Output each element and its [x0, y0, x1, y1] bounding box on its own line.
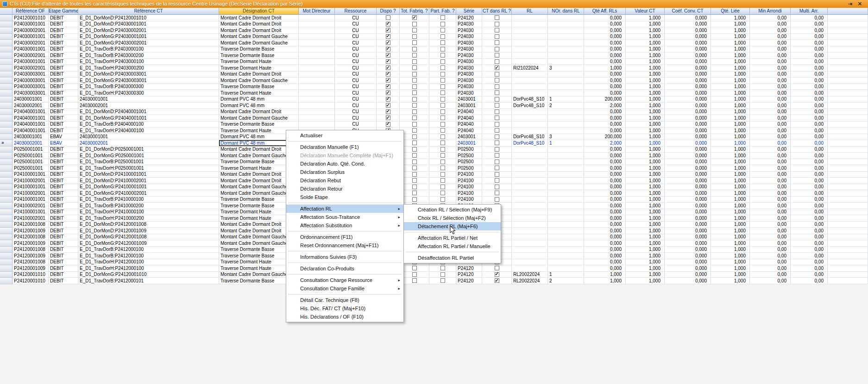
cell-ct-rl[interactable]: [482, 15, 512, 21]
cell-dispo[interactable]: [377, 71, 400, 78]
cell-ct-rl[interactable]: [482, 159, 512, 166]
cell-min-arr[interactable]: 0,00: [750, 109, 791, 115]
cell-mot[interactable]: [299, 27, 335, 34]
cell-multi-arr[interactable]: 0,00: [791, 172, 828, 178]
cell-nor[interactable]: [548, 122, 584, 128]
table-row[interactable]: P24030002001DEBITE_D1_DorMonG:P240300020…: [0, 40, 868, 46]
cell-qte-liee[interactable]: 1,000: [711, 46, 750, 53]
part-fab-checkbox[interactable]: [440, 141, 445, 145]
cell-rl[interactable]: DorPvc48_S10: [512, 134, 548, 141]
cell-ref-of[interactable]: P0250001001: [13, 147, 49, 153]
cell-ref-ct[interactable]: 24030001001: [78, 134, 219, 141]
cell-serie[interactable]: P24120: [456, 272, 482, 278]
cell-rl[interactable]: [512, 46, 548, 53]
part-fab-checkbox[interactable]: [440, 103, 445, 108]
cell-multi-arr[interactable]: 0,00: [791, 165, 828, 172]
cell-ref-ct[interactable]: E_D1_DorMonD:P24030001001: [78, 21, 219, 28]
cell-nor[interactable]: [548, 228, 584, 234]
cell-qte-liee[interactable]: 1,000: [711, 77, 750, 84]
part-fab-checkbox[interactable]: [440, 34, 445, 39]
cell-part-fab[interactable]: [429, 134, 456, 141]
cell-part-fab[interactable]: [429, 178, 456, 184]
cell-coef[interactable]: 0,000: [665, 27, 711, 34]
cell-coef[interactable]: 0,000: [665, 159, 711, 166]
cell-designation[interactable]: Dormant PVC 48 mm: [219, 96, 299, 103]
cell-tot-fab[interactable]: [400, 140, 429, 147]
cell-rl[interactable]: [512, 147, 548, 153]
cell-min-arr[interactable]: 0,00: [750, 209, 791, 216]
cell-qte-aff[interactable]: 0,000: [584, 184, 626, 191]
cell-min-arr[interactable]: 0,00: [750, 265, 791, 272]
row-header[interactable]: [0, 122, 13, 128]
cell-ref-ct[interactable]: E_D1_DorMonD:P24120001010: [78, 15, 219, 21]
cell-qte-aff[interactable]: 0,000: [584, 247, 626, 253]
cell-coef[interactable]: 0,000: [665, 172, 711, 178]
dispo-checkbox[interactable]: [386, 28, 390, 32]
cell-etape[interactable]: DEBIT: [49, 215, 78, 222]
tot-fab-checkbox[interactable]: [412, 40, 417, 45]
cell-coef[interactable]: 0,000: [665, 90, 711, 96]
row-header[interactable]: [0, 15, 13, 21]
cell-ref-ct[interactable]: E_D1_TravDorH:P2410000100: [78, 209, 219, 216]
cell-valeur[interactable]: 1,000: [626, 90, 665, 96]
table-row[interactable]: P24030002001DEBITE_D1_TravDorB:P24030002…: [0, 52, 868, 59]
cell-ref-of[interactable]: P24040001001: [13, 122, 49, 128]
cell-etape[interactable]: DEBIT: [49, 65, 78, 71]
cell-tot-fab[interactable]: [400, 122, 429, 128]
cell-min-arr[interactable]: 0,00: [750, 59, 791, 65]
cell-min-arr[interactable]: 0,00: [750, 222, 791, 228]
cell-coef[interactable]: 0,000: [665, 102, 711, 109]
cell-qte-liee[interactable]: 1,000: [711, 27, 750, 34]
table-row[interactable]: P24030001001DEBITE_D1_TravDorH:P24030001…: [0, 59, 868, 65]
cell-min-arr[interactable]: 0,00: [750, 159, 791, 166]
cell-multi-arr[interactable]: 0,00: [791, 228, 828, 234]
row-header[interactable]: [0, 71, 13, 78]
cell-valeur[interactable]: 1,000: [626, 122, 665, 128]
cell-serie[interactable]: P24030: [456, 90, 482, 96]
column-header-rl[interactable]: RL: [512, 8, 548, 15]
cell-ref-of[interactable]: P24030002001: [13, 65, 49, 71]
cell-ct-rl[interactable]: [482, 197, 512, 203]
dispo-checkbox[interactable]: [386, 115, 390, 120]
row-header[interactable]: [0, 253, 13, 259]
cell-valeur[interactable]: 1,000: [626, 128, 665, 134]
cell-ref-ct[interactable]: E_D1_TravDorB:P2410000200: [78, 203, 219, 209]
table-row[interactable]: P24040001001DEBITE_D1_TravDorH:P24040001…: [0, 128, 868, 134]
cell-part-fab[interactable]: [429, 102, 456, 109]
ct-rl-checkbox[interactable]: [495, 84, 499, 89]
cell-rl[interactable]: [512, 27, 548, 34]
part-fab-checkbox[interactable]: [440, 178, 445, 183]
cell-tot-fab[interactable]: [400, 90, 429, 96]
tot-fab-checkbox[interactable]: [412, 128, 417, 133]
cell-tot-fab[interactable]: [400, 147, 429, 153]
cell-multi-arr[interactable]: 0,00: [791, 184, 828, 191]
cell-serie[interactable]: 2403001: [456, 140, 482, 147]
cell-part-fab[interactable]: [429, 265, 456, 272]
cell-rl[interactable]: [512, 159, 548, 166]
cell-part-fab[interactable]: [429, 184, 456, 191]
cell-ct-rl[interactable]: [482, 21, 512, 28]
cell-min-arr[interactable]: 0,00: [750, 96, 791, 103]
cell-min-arr[interactable]: 0,00: [750, 84, 791, 90]
cell-qte-liee[interactable]: 1,000: [711, 197, 750, 203]
cell-ressource[interactable]: CU: [335, 27, 377, 34]
cell-nor[interactable]: [548, 203, 584, 209]
cell-ct-rl[interactable]: [482, 52, 512, 59]
part-fab-checkbox[interactable]: [440, 72, 445, 77]
tot-fab-checkbox[interactable]: [412, 197, 417, 202]
cell-dispo[interactable]: [377, 109, 400, 115]
ct-rl-checkbox[interactable]: [495, 109, 499, 114]
cell-nor[interactable]: [548, 240, 584, 247]
cell-valeur[interactable]: 1,000: [626, 209, 665, 216]
cell-coef[interactable]: 0,000: [665, 272, 711, 278]
cell-ref-ct[interactable]: E_D1_TravDorB:P2403000100: [78, 46, 219, 53]
cell-min-arr[interactable]: 0,00: [750, 240, 791, 247]
cell-min-arr[interactable]: 0,00: [750, 115, 791, 122]
cell-ct-rl[interactable]: [482, 184, 512, 191]
cell-min-arr[interactable]: 0,00: [750, 140, 791, 147]
row-header[interactable]: [0, 59, 13, 65]
cell-serie[interactable]: P24120: [456, 265, 482, 272]
cell-mot[interactable]: [299, 122, 335, 128]
cell-qte-liee[interactable]: 1,000: [711, 52, 750, 59]
cell-ref-ct[interactable]: E_D1_TravDorH:P2403000200: [78, 65, 219, 71]
